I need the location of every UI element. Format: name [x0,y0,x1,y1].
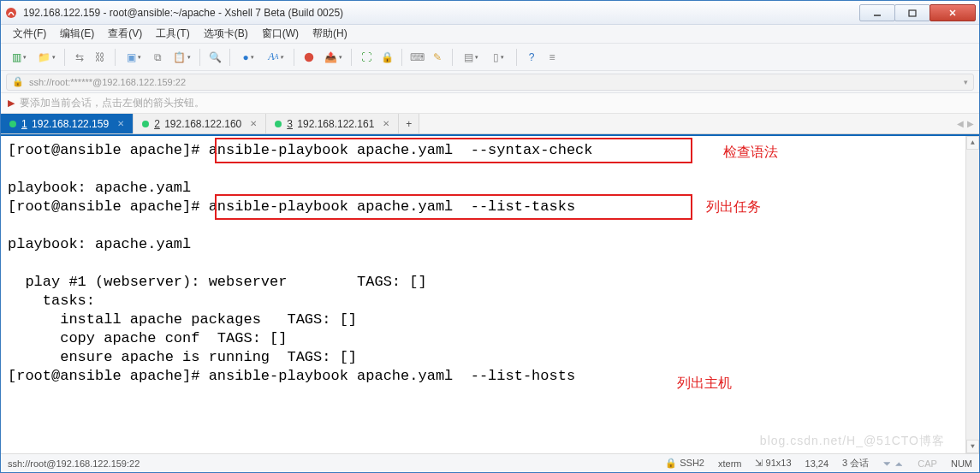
close-button[interactable] [930,4,976,21]
vertical-scrollbar[interactable]: ▲ ▼ [965,136,979,453]
toolbar-sep [64,49,65,66]
status-protocol: SSH2 [680,458,704,468]
terminal-output: [root@ansible apache]# ansible-playbook … [8,141,972,386]
reconnect-button[interactable]: ⇆ [70,48,89,67]
tab-label: 192.168.122.159 [32,118,109,130]
new-session-button[interactable]: ▥▾ [6,48,32,67]
session-tab-3[interactable]: 3 192.168.122.161 ✕ [266,114,399,133]
status-sessions: 3 会话 [842,457,869,470]
terminal-line: playbook: apache.yaml [8,179,972,198]
terminal-line: play #1 (webserver): webserver TAGS: [] [8,273,972,292]
layout-h-button[interactable]: ▤▾ [458,48,484,67]
status-cursor-pos: 13,24 [805,458,829,469]
terminal-line: [root@ansible apache]# ansible-playbook … [8,367,972,386]
new-tab-button[interactable]: + [399,114,419,133]
disconnect-button[interactable]: ⛓ [91,48,110,67]
maximize-button[interactable] [894,4,930,21]
annotation-list-tasks: 列出任务 [706,198,761,216]
status-size: 91x13 [766,458,792,468]
tab-close-icon[interactable]: ✕ [383,119,389,128]
status-cap: CAP [918,458,937,469]
status-bar: ssh://root@192.168.122.159:22 🔒 SSH2 xte… [1,453,979,472]
tab-prev-icon[interactable]: ◀ [957,119,964,128]
terminal-view[interactable]: [root@ansible apache]# ansible-playbook … [1,134,979,453]
copy-button[interactable]: ⧉ [148,48,167,67]
lock-button[interactable]: 🔒 [377,48,396,67]
scroll-up-icon[interactable]: ▲ [966,136,979,150]
tab-number: 1 [21,118,27,130]
status-connection: ssh://root@192.168.122.159:22 [8,458,140,469]
session-tab-2[interactable]: 2 192.168.122.160 ✕ [134,114,266,133]
svg-point-5 [305,52,314,62]
terminal-line: copy apache conf TAGS: [] [8,329,972,348]
terminal-line: ensure apache is running TAGS: [] [8,348,972,367]
terminal-line: playbook: apache.yaml [8,235,972,254]
session-tab-bar: 1 192.168.122.159 ✕ 2 192.168.122.160 ✕ … [1,114,979,134]
menu-window[interactable]: 窗口(W) [257,25,304,43]
title-bar: 192.168.122.159 - root@ansible:~/apache … [1,1,979,25]
window-title: 192.168.122.159 - root@ansible:~/apache … [23,7,343,19]
terminal-line: install apache packages TAGS: [] [8,310,972,329]
tab-number: 3 [287,118,293,130]
menu-tabs[interactable]: 选项卡(B) [199,25,253,43]
terminal-line: [root@ansible apache]# ansible-playbook … [8,198,972,216]
address-bar: 🔒 ssh://root:******@192.168.122.159:22 ▾ [1,71,979,93]
status-term-type: xterm [718,458,742,469]
find-button[interactable]: 🔍 [205,48,224,67]
layout-v-button[interactable]: ▯▾ [485,48,511,67]
svg-rect-2 [909,10,916,16]
menu-edit[interactable]: 编辑(E) [55,25,99,43]
color-button[interactable]: ●▾ [235,48,261,67]
tab-close-icon[interactable]: ✕ [250,119,257,128]
tab-nav: ◀ ▶ [952,114,979,133]
menu-bar: 文件(F) 编辑(E) 查看(V) 工具(T) 选项卡(B) 窗口(W) 帮助(… [1,25,979,44]
terminal-line [8,160,972,179]
tab-close-icon[interactable]: ✕ [117,119,124,128]
toolbar-sep [351,49,352,66]
keyboard-button[interactable]: ⌨ [407,48,426,67]
hint-bar: ▶ 要添加当前会话，点击左侧的箭头按钮。 [1,93,979,114]
menu-tools[interactable]: 工具(T) [151,25,194,43]
transfer-button[interactable]: 📤▾ [320,48,346,67]
annotation-syntax-check: 检查语法 [723,143,778,162]
lock-icon: 🔒 [665,458,677,468]
lock-icon: 🔒 [12,76,24,87]
tab-next-icon[interactable]: ▶ [967,119,974,128]
menu-view[interactable]: 查看(V) [103,25,147,43]
window-controls [860,4,976,21]
status-num: NUM [951,458,972,469]
help-button[interactable]: ? [522,48,541,67]
minimize-button[interactable] [859,4,895,21]
fullscreen-button[interactable]: ⛶ [357,48,376,67]
toolbar: ▥▾ 📁▾ ⇆ ⛓ ▣▾ ⧉ 📋▾ 🔍 ●▾ AA▾ 📤▾ ⛶ 🔒 ⌨ ✎ ▤▾… [1,44,979,71]
tab-number: 2 [154,118,160,130]
watermark-text: blog.csdn.net/H_@51CTO博客 [760,431,945,450]
menu-file[interactable]: 文件(F) [8,25,51,43]
xagent-button[interactable] [300,48,318,67]
toolbar-sep [229,49,230,66]
session-tab-1[interactable]: 1 192.168.122.159 ✕ [1,114,134,133]
font-button[interactable]: AA▾ [263,48,288,67]
status-dot-icon [142,121,149,127]
terminal-line: [root@ansible apache]# ansible-playbook … [8,141,972,160]
highlight-button[interactable]: ✎ [428,48,447,67]
toolbar-sep [115,49,116,66]
profile-button[interactable]: ▣▾ [121,48,146,67]
terminal-line: tasks: [8,292,972,310]
address-text: ssh://root:******@192.168.122.159:22 [29,77,186,87]
terminal-line [8,254,972,273]
toolbar-sep [294,49,294,66]
scroll-track[interactable] [966,150,979,440]
scroll-down-icon[interactable]: ▼ [966,440,979,453]
status-dot-icon [9,121,16,127]
menu-help[interactable]: 帮助(H) [307,25,353,43]
toolbar-sep [516,49,517,66]
annotation-list-hosts: 列出主机 [677,374,732,393]
app-icon [4,6,18,20]
status-dot-icon [275,121,282,127]
address-field[interactable]: 🔒 ssh://root:******@192.168.122.159:22 ▾ [6,74,974,91]
address-dropdown-icon[interactable]: ▾ [964,78,968,86]
settings-button[interactable]: ≡ [543,48,561,67]
open-session-button[interactable]: 📁▾ [33,48,59,67]
paste-button[interactable]: 📋▾ [169,48,194,67]
